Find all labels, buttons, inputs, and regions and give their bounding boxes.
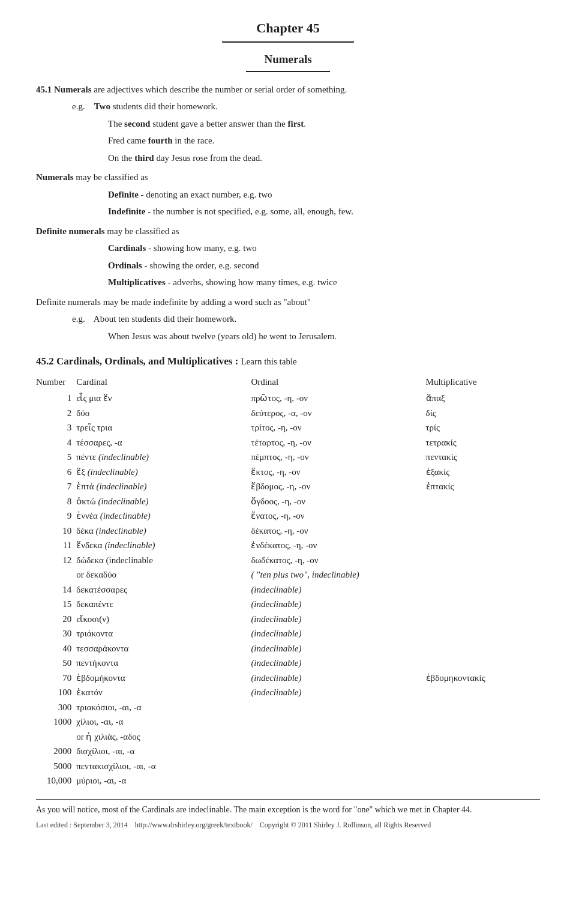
cell-multiplicative xyxy=(426,553,540,568)
cell-cardinal: ἑπτά (indeclinable) xyxy=(76,479,251,494)
cell-multiplicative xyxy=(426,700,540,715)
cell-cardinal: χίλιοι, -αι, -α xyxy=(76,714,251,729)
indefinite-row: Indefinite - the number is not specified… xyxy=(108,205,540,219)
cell-multiplicative xyxy=(426,626,540,641)
cell-ordinal: (indeclinable) xyxy=(251,685,425,700)
cell-multiplicative: ἑβδομηκοντακίς xyxy=(426,671,540,686)
cell-cardinal: πεντήκοντα xyxy=(76,656,251,671)
cell-ordinal: (indeclinable) xyxy=(251,582,425,597)
section-title: Numerals xyxy=(36,51,540,68)
table-row: 70ἑβδομήκοντα(indeclinable)ἑβδομηκοντακί… xyxy=(36,671,540,686)
cell-ordinal: ἔνατος, -η, -ον xyxy=(251,509,425,524)
intro-text: are adjectives which describe the number… xyxy=(92,85,347,94)
cell-multiplicative: τρίς xyxy=(426,420,540,435)
cell-ordinal: (indeclinable) xyxy=(251,641,425,656)
cell-cardinal: δύο xyxy=(76,406,251,421)
col-header-number: Number xyxy=(36,374,76,391)
cell-multiplicative xyxy=(426,494,540,509)
eg2-bold: second xyxy=(124,119,150,128)
table-row: 5πέντε (indeclinable)πέμπτος, -η, -ονπεν… xyxy=(36,450,540,465)
cell-ordinal: ὄγδοος, -η, -ον xyxy=(251,494,425,509)
cardinals-label: Cardinals xyxy=(108,243,146,253)
cell-multiplicative xyxy=(426,582,540,597)
cell-ordinal: πρῶτος, -η, -ον xyxy=(251,391,425,406)
table-row: 11ἕνδεκα (indeclinable)ἑνδέκατος, -η, -ο… xyxy=(36,538,540,553)
cell-cardinal: δισχίλιοι, -αι, -α xyxy=(76,744,251,759)
cell-ordinal: πέμπτος, -η, -ον xyxy=(251,450,425,465)
cell-cardinal: δεκατέσσαρες xyxy=(76,582,251,597)
definite-label: Definite xyxy=(108,190,139,199)
table-row: 7ἑπτά (indeclinable)ἕβδομος, -η, -ονἑπτα… xyxy=(36,479,540,494)
cell-cardinal: εἴκοσι(ν) xyxy=(76,612,251,627)
eg1-rest: students did their homework. xyxy=(110,101,218,111)
multiplicatives-row: Multiplicatives - adverbs, showing how m… xyxy=(108,276,540,289)
cell-number: 3 xyxy=(36,420,76,435)
eg-label: e.g. xyxy=(72,101,94,111)
cell-ordinal: δωδέκατος, -η, -ον xyxy=(251,553,425,568)
cell-ordinal: τρίτος, -η, -ον xyxy=(251,420,425,435)
table-row: 300τριακόσιοι, -αι, -α xyxy=(36,700,540,715)
cell-multiplicative: πεντακίς xyxy=(426,450,540,465)
table-row: 50πεντήκοντα(indeclinable) xyxy=(36,656,540,671)
cell-number: 20 xyxy=(36,612,76,627)
section-45-2-num: 45.2 xyxy=(36,355,56,367)
cell-ordinal: τέταρτος, -η, -ον xyxy=(251,435,425,450)
footer-text: As you will notice, most of the Cardinal… xyxy=(36,799,540,816)
footer-copyright: Copyright © 2011 Shirley J. Rollinson, a… xyxy=(260,821,431,829)
cell-cardinal: τριακόσιοι, -αι, -α xyxy=(76,700,251,715)
cell-multiplicative xyxy=(426,509,540,524)
cell-cardinal: τριάκοντα xyxy=(76,626,251,641)
cell-cardinal: τρεῖς τρια xyxy=(76,420,251,435)
cell-ordinal xyxy=(251,714,425,729)
cell-number: 300 xyxy=(36,700,76,715)
eg2-row: The second student gave a better answer … xyxy=(108,117,540,131)
cell-multiplicative xyxy=(426,759,540,774)
table-row: 12δώδεκα (indeclinableδωδέκατος, -η, -ον xyxy=(36,553,540,568)
table-row: 10δέκα (indeclinable)δέκατος, -η, -ον xyxy=(36,524,540,539)
cell-multiplicative xyxy=(426,538,540,553)
definite-row: Definite - denoting an exact number, e.g… xyxy=(108,188,540,202)
cell-number: 8 xyxy=(36,494,76,509)
cell-cardinal: δώδεκα (indeclinable xyxy=(76,553,251,568)
cell-number: 11 xyxy=(36,538,76,553)
cell-number: 100 xyxy=(36,685,76,700)
cell-ordinal xyxy=(251,700,425,715)
cell-ordinal: ἕκτος, -η, -ον xyxy=(251,465,425,480)
cell-number: 10 xyxy=(36,524,76,539)
cell-cardinal: ἕξ (indeclinable) xyxy=(76,465,251,480)
cell-number xyxy=(36,729,76,744)
cell-multiplicative: ἅπαξ xyxy=(426,391,540,406)
classified-heading: Numerals xyxy=(36,172,74,182)
eg4-row: On the third day Jesus rose from the dea… xyxy=(108,151,540,165)
cell-cardinal: ἕνδεκα (indeclinable) xyxy=(76,538,251,553)
cell-ordinal: (indeclinable) xyxy=(251,612,425,627)
cell-ordinal: (indeclinable) xyxy=(251,597,425,612)
cell-number: 1000 xyxy=(36,714,76,729)
cell-number: 70 xyxy=(36,671,76,686)
cell-number: 40 xyxy=(36,641,76,656)
cell-number: 10,000 xyxy=(36,773,76,788)
cell-cardinal: τεσσαράκοντα xyxy=(76,641,251,656)
cell-ordinal: δεύτερος, -α, -ον xyxy=(251,406,425,421)
table-row: 6ἕξ (indeclinable)ἕκτος, -η, -ονἑξακίς xyxy=(36,465,540,480)
cell-cardinal: τέσσαρες, -α xyxy=(76,435,251,450)
cell-ordinal: δέκατος, -η, -ον xyxy=(251,524,425,539)
cell-number: 4 xyxy=(36,435,76,450)
cell-ordinal xyxy=(251,744,425,759)
eg1-bold: Two xyxy=(94,101,110,111)
table-header-row: Number Cardinal Ordinal Multiplicative xyxy=(36,374,540,391)
cell-multiplicative xyxy=(426,612,540,627)
cell-cardinal: πέντε (indeclinable) xyxy=(76,450,251,465)
section-num-label: 45.1 xyxy=(36,85,54,94)
cell-ordinal xyxy=(251,759,425,774)
cell-ordinal xyxy=(251,773,425,788)
section-45-1-intro: 45.1 Numerals are adjectives which descr… xyxy=(36,83,540,97)
cell-multiplicative xyxy=(426,773,540,788)
cell-cardinal: or δεκαδύο xyxy=(76,567,251,582)
cell-number: 9 xyxy=(36,509,76,524)
cardinals-row: Cardinals - showing how many, e.g. two xyxy=(108,241,540,255)
eg4-bold: third xyxy=(134,153,154,163)
classified-row: Numerals may be classified as xyxy=(36,171,540,184)
cell-ordinal: ἑνδέκατος, -η, -ον xyxy=(251,538,425,553)
section-45-2-subtitle: Learn this table xyxy=(241,357,296,366)
